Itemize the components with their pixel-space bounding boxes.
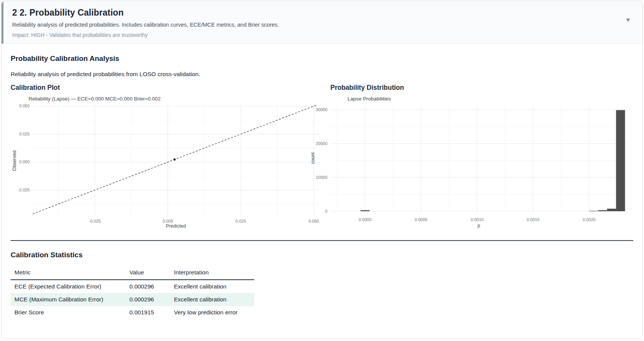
value-cell: 0.000296 (126, 293, 170, 306)
analysis-description: Reliability analysis of predicted probab… (11, 71, 633, 78)
svg-text:0.025: 0.025 (236, 219, 246, 223)
svg-text:0.0020: 0.0020 (583, 217, 596, 222)
statistics-heading: Calibration Statistics (11, 251, 633, 259)
svg-text:Lapse Probabilities: Lapse Probabilities (348, 96, 391, 102)
svg-text:0.000: 0.000 (163, 219, 173, 223)
analysis-heading: Probability Calibration Analysis (11, 54, 633, 63)
column-header-value: Value (126, 266, 170, 280)
section-divider (11, 240, 633, 241)
svg-text:0.000: 0.000 (19, 159, 30, 164)
value-cell: 0.000296 (126, 280, 170, 293)
svg-text:10000: 10000 (316, 175, 327, 180)
interpretation-cell: Very low prediction error (170, 306, 254, 319)
svg-text:count: count (310, 152, 316, 164)
svg-text:30000: 30000 (316, 107, 327, 112)
svg-text:0.025: 0.025 (19, 132, 30, 136)
table-row: ECE (Expected Calibration Error)0.000296… (11, 280, 254, 293)
svg-text:0: 0 (325, 209, 327, 214)
table-header-row: Metric Value Interpretation (11, 266, 254, 280)
metric-cell: MCE (Maximum Calibration Error) (11, 293, 126, 306)
svg-text:-0.025: -0.025 (18, 188, 30, 192)
metric-cell: ECE (Expected Calibration Error) (11, 280, 126, 293)
column-header-interpretation: Interpretation (170, 266, 254, 280)
section-title: 2 2. Probability Calibration (12, 8, 632, 18)
interpretation-cell: Excellent calibration (170, 293, 254, 306)
value-cell: 0.001915 (126, 306, 170, 319)
svg-text:p: p (478, 223, 480, 228)
svg-text:-0.025: -0.025 (89, 219, 101, 223)
column-header-metric: Metric (11, 266, 126, 280)
probability-distribution-heading: Probability Distribution (330, 84, 631, 92)
calibration-plot-section: Calibration Plot -0.0250.0000.0250.050-0… (11, 84, 320, 229)
svg-text:0.050: 0.050 (19, 104, 30, 108)
svg-text:0.0000: 0.0000 (359, 217, 371, 222)
calibration-plot-chart: -0.0250.0000.0250.050-0.0250.0000.0250.0… (11, 93, 320, 229)
section-impact-text: Impact: HIGH - Validates that probabilit… (12, 32, 632, 38)
svg-text:0.0015: 0.0015 (527, 217, 540, 222)
table-row: MCE (Maximum Calibration Error)0.000296E… (11, 293, 254, 306)
card-body: Probability Calibration Analysis Reliabi… (2, 44, 642, 328)
svg-text:0.0010: 0.0010 (471, 217, 484, 222)
probability-calibration-card: 2 2. Probability Calibration Reliability… (1, 1, 643, 339)
svg-text:Observed: Observed (12, 150, 17, 171)
section-subtitle: Reliability analysis of predicted probab… (12, 22, 632, 28)
svg-text:Predicted: Predicted (166, 223, 186, 229)
section-header[interactable]: 2 2. Probability Calibration Reliability… (2, 1, 642, 44)
svg-text:Reliability (Lapse) — ECE=0.0: Reliability (Lapse) — ECE=0.000 MCE=0.00… (29, 96, 161, 102)
probability-distribution-chart: 0.00000.00050.00100.00150.00200100002000… (310, 93, 631, 229)
calibration-plot-heading: Calibration Plot (11, 84, 320, 92)
svg-text:20000: 20000 (316, 141, 327, 146)
collapse-triangle-icon[interactable]: ▼ (625, 17, 631, 23)
calibration-statistics-table: Metric Value Interpretation ECE (Expecte… (11, 266, 254, 319)
interpretation-cell: Excellent calibration (170, 280, 254, 293)
charts-row: Calibration Plot -0.0250.0000.0250.050-0… (11, 84, 633, 229)
metric-cell: Brier Score (11, 306, 126, 319)
svg-text:0.0005: 0.0005 (415, 217, 428, 222)
table-row: Brier Score0.001915Very low prediction e… (11, 306, 254, 319)
probability-distribution-section: Probability Distribution 0.00000.00050.0… (310, 84, 631, 229)
